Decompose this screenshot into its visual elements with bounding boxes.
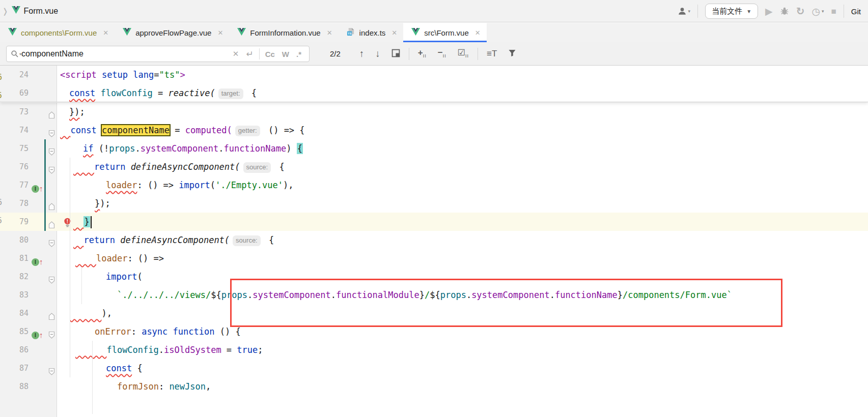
search-field[interactable]: ▾ ✕ ↵ Cc W .* (6, 46, 310, 62)
next-occurrence-button[interactable]: ↓ (370, 49, 386, 58)
parameter-inlay-hint: getter: (235, 126, 260, 136)
clipped-line-number-fragment: 5 (0, 91, 5, 100)
code-line-69[interactable]: 69const flowConfig = reactive(target: { (0, 84, 868, 102)
git-menu[interactable]: Git (851, 7, 861, 16)
code-line-75[interactable]: 75if (!props.systemComponent.functionNam… (0, 139, 868, 158)
select-all-occurrences-button[interactable]: ☑II (452, 48, 474, 58)
clipped-line-number-fragment: 6 (0, 73, 5, 82)
search-bar-separator (478, 48, 478, 60)
svg-text:TS: TS (347, 32, 351, 35)
sticky-lines-panel: 24<script setup lang="ts">69const flowCo… (0, 66, 868, 102)
code-line-79[interactable]: 79! } (0, 213, 868, 231)
indent-guide (70, 231, 70, 377)
code-line-74[interactable]: 74 const componentName = computed(getter… (0, 121, 868, 139)
line-number: 80 (0, 231, 29, 249)
search-input[interactable] (21, 49, 229, 58)
code-text: if (!props.systemComponent.functionName)… (60, 139, 303, 158)
annotation-red-box (230, 279, 782, 327)
tab-close-icon[interactable]: ✕ (103, 29, 108, 37)
code-editor[interactable]: 24<script setup lang="ts">69const flowCo… (0, 66, 868, 417)
debug-button[interactable] (780, 7, 789, 16)
tab-close-icon[interactable]: ✕ (327, 29, 332, 37)
vcs-change-bar[interactable] (44, 139, 46, 231)
code-line-81[interactable]: 81I↑ loader: () => (0, 249, 868, 267)
code-text: import( (60, 267, 143, 286)
search-icon[interactable]: ▾ (11, 50, 21, 58)
typescript-file-icon: TS (347, 27, 355, 38)
editor-tab-strip: components\Form.vue✕approveFlowPage.vue✕… (0, 23, 868, 42)
tab-label: components\Form.vue (21, 28, 97, 37)
find-bar: ▾ ✕ ↵ Cc W .* 2/2 ↑ ↓ +II −II ☑II ≡T (0, 42, 868, 66)
indent-guide (92, 341, 93, 414)
clipped-line-number-fragment: 5 (0, 216, 5, 225)
breadcrumb-chevron-icon: ❭ (2, 7, 9, 16)
breadcrumb-file-name[interactable]: Form.vue (24, 7, 59, 16)
code-line-80[interactable]: 80 return defineAsyncComponent(source: { (0, 231, 868, 249)
clear-search-icon[interactable]: ✕ (229, 49, 243, 58)
code-text: return defineAsyncComponent(source: { (60, 158, 285, 176)
line-number: 86 (0, 341, 29, 359)
line-number: 87 (0, 359, 29, 377)
code-line-73[interactable]: 73}); (0, 103, 868, 121)
run-button[interactable]: ▶ (765, 7, 773, 16)
code-text: } (60, 213, 92, 231)
stop-button[interactable]: ■ (831, 7, 836, 16)
tab-FormInformation.vue[interactable]: FormInformation.vue✕ (229, 23, 338, 42)
user-dropdown-caret-icon: ▾ (688, 9, 691, 14)
add-occurrence-button[interactable]: +II (412, 48, 432, 58)
words-toggle[interactable]: W (278, 50, 293, 58)
previous-occurrence-button[interactable]: ↑ (354, 49, 370, 58)
regex-toggle[interactable]: .* (293, 50, 305, 58)
filter-lines-button[interactable]: ≡T (481, 49, 502, 58)
tab-close-icon[interactable]: ✕ (391, 29, 397, 37)
code-text: return defineAsyncComponent(source: { (60, 231, 274, 249)
code-text: const componentName = computed(getter: (… (60, 121, 305, 139)
line-number: 73 (0, 103, 29, 121)
code-text: loader: () => import('./Empty.vue'), (60, 176, 294, 194)
code-text: }); (60, 103, 85, 121)
parameter-inlay-hint: source: (243, 162, 271, 173)
profiler-button[interactable]: ◷ ▾ (811, 7, 824, 16)
tab-close-icon[interactable]: ✕ (217, 29, 223, 37)
code-line-86[interactable]: 86 flowConfig.isOldSystem = true; (0, 341, 868, 359)
line-number: 88 (0, 377, 29, 396)
user-avatar-icon[interactable]: ▾ (678, 7, 691, 16)
vue-file-icon (237, 28, 246, 37)
find-in-selection-button[interactable] (386, 49, 406, 59)
profiler-caret-icon: ▾ (822, 9, 824, 14)
run-configuration-select[interactable]: 当前文件 ▼ (705, 4, 758, 19)
code-line-77[interactable]: 77I↑loader: () => import('./Empty.vue'), (0, 176, 868, 194)
newline-icon[interactable]: ↵ (242, 49, 257, 59)
line-number: 82 (0, 267, 29, 286)
code-text: ), (60, 304, 112, 322)
match-case-toggle[interactable]: Cc (262, 50, 278, 58)
code-text: loader: () => (60, 249, 164, 267)
tab-close-icon[interactable]: ✕ (475, 29, 481, 37)
run-with-coverage-button[interactable]: ↻ (796, 6, 805, 16)
remove-occurrence-button[interactable]: −II (432, 48, 452, 58)
code-text: flowConfig.isOldSystem = true; (60, 341, 263, 359)
code-line-88[interactable]: 88formJson: newJson, (0, 377, 868, 396)
parameter-inlay-hint: source: (233, 235, 261, 246)
vue-file-icon (411, 28, 420, 37)
tab-index.ts[interactable]: TSindex.ts✕ (339, 23, 404, 42)
match-count: 2/2 (330, 49, 341, 58)
toolbar-separator (697, 5, 698, 18)
title-bar: ❭ Form.vue ▾ 当前文件 ▼ ▶ ↻ ◷ ▾ ■ Git (0, 0, 868, 22)
tab-approveFlowPage.vue[interactable]: approveFlowPage.vue✕ (115, 23, 229, 42)
tab-src-Form.vue[interactable]: src\Form.vue✕ (403, 23, 486, 42)
toolbar-separator (844, 5, 844, 18)
tab-components-Form.vue[interactable]: components\Form.vue✕ (0, 23, 115, 42)
search-field-separator (259, 48, 260, 59)
code-line-24[interactable]: 24<script setup lang="ts"> (0, 66, 868, 84)
code-line-76[interactable]: 76 return defineAsyncComponent(source: { (0, 158, 868, 176)
code-line-78[interactable]: 78}); (0, 194, 868, 213)
line-number: 77 (0, 176, 29, 194)
line-number: 76 (0, 158, 29, 176)
code-text: <script setup lang="ts"> (60, 66, 185, 84)
code-text: const { (60, 359, 143, 377)
line-number: 83 (0, 286, 29, 304)
search-filter-button[interactable] (502, 49, 522, 58)
search-bar-separator (409, 48, 409, 60)
code-line-87[interactable]: 87const { (0, 359, 868, 377)
